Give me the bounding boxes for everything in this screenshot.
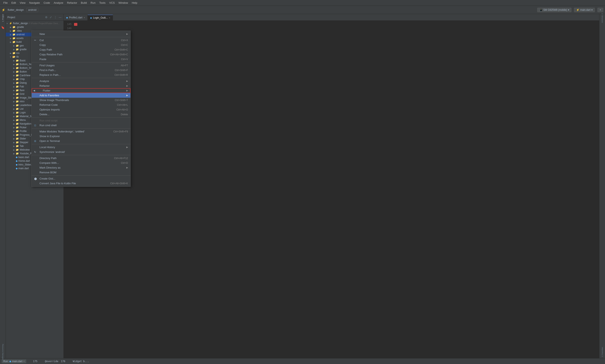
flutter-back-arrow: ◀ — [33, 89, 35, 92]
menu-run[interactable]: Run — [89, 1, 97, 5]
menu-build[interactable]: Build — [79, 1, 89, 5]
new-window-button[interactable]: + — [597, 8, 603, 12]
expand-icon[interactable]: ⤢ — [49, 15, 52, 19]
ctx-replace-in-path[interactable]: Replace in Path... Ctrl+Shift+R — [32, 73, 131, 77]
ctx-find-in-path[interactable]: Find in Path... Ctrl+Shift+F — [32, 68, 131, 73]
code-line-147: 147 } — [64, 31, 599, 35]
ctx-make-modules[interactable]: Make Modules 'flutterdesign', 'untitled'… — [32, 129, 131, 134]
ctx-flutter[interactable]: ◀ Flutter ▶ — [32, 88, 131, 93]
ctx-reformat-code[interactable]: Reformat Code Ctrl+Alt+L — [32, 103, 131, 107]
sidebar-icon-bookmark[interactable]: 🔖 — [1, 25, 5, 30]
device-dropdown-icon: ▾ — [568, 9, 569, 11]
menu-vcs[interactable]: VCS — [108, 1, 116, 5]
tree-label: Home.dart — [18, 159, 30, 162]
ctx-compare-with[interactable]: Compare With... Ctrl+D — [32, 160, 131, 165]
tab-close-icon[interactable]: × — [84, 16, 85, 19]
run-file-label: main.dart — [12, 360, 22, 363]
run-dart-icon: ◆ — [9, 360, 11, 363]
ctx-paste[interactable]: Paste Ctrl+V — [32, 57, 131, 62]
ctx-open-terminal[interactable]: ⊞ Open in Terminal — [32, 139, 131, 143]
tree-item-gradle[interactable]: ▶ 📁 .gradle — [6, 25, 64, 29]
tree-label: Tab — [20, 145, 24, 147]
ctx-show-thumbnails[interactable]: Show Image Thumbnails Ctrl+Shift+T — [32, 98, 131, 103]
tree-label: Navigation — [20, 122, 31, 125]
sidebar-icon-structure[interactable]: 2: Structure — [600, 16, 605, 20]
tab-login[interactable]: ◆ Login_Outli... × — [88, 15, 113, 20]
tab-profile1[interactable]: ◆ Profile1.dart × — [64, 15, 88, 20]
tree-root[interactable]: ▾ ⚡ flutter_design F:\Flutter Project\Fl… — [6, 22, 64, 25]
android-badge[interactable]: android — [26, 8, 38, 12]
run-config-selector[interactable]: ⚡ main.dart ▾ — [574, 8, 595, 12]
ctx-copy-path[interactable]: Copy Path Ctrl+Shift+C — [32, 47, 131, 52]
ctx-run-cmd-shell[interactable]: ⊡ Run cmd shell — [32, 123, 131, 128]
ctx-optimize-imports[interactable]: Optimize Imports Ctrl+Alt+O — [32, 107, 131, 112]
tab-dart-icon2: ◆ — [90, 16, 92, 19]
ctx-create-gist[interactable]: ⬤ Create Gist... — [32, 176, 131, 181]
tree-label: ios — [16, 52, 19, 54]
sidebar-icon-resource[interactable]: Resource Manager — [1, 350, 5, 354]
tab-login-label: Login_Outli... — [93, 16, 108, 19]
ctx-directory-path[interactable]: Directory Path Ctrl+Alt+F12 — [32, 156, 131, 160]
mark-dir-arrow-icon: ▶ — [126, 166, 128, 169]
menu-tools[interactable]: Tools — [98, 1, 107, 5]
ctx-delete[interactable]: Delete... Delete — [32, 112, 131, 117]
tree-label: Menu — [20, 118, 26, 121]
ctx-copy-relative-path[interactable]: Copy Relative Path Ctrl+Alt+Shift+C — [32, 52, 131, 57]
menu-code[interactable]: Code — [42, 1, 52, 5]
settings-icon[interactable]: ⋮ — [54, 15, 57, 19]
ctx-mark-directory[interactable]: Mark Directory as ▶ — [32, 165, 131, 170]
ctx-new[interactable]: New ▶ — [32, 32, 131, 36]
gear-icon[interactable]: ⚙ — [45, 15, 48, 19]
tree-label: gen — [20, 44, 24, 47]
ctx-refactor[interactable]: Refactor ▶ — [32, 83, 131, 88]
device-label: SM G925W8 (mobile) — [543, 9, 567, 11]
menu-help[interactable]: Help — [130, 1, 139, 5]
new-window-icon: + — [600, 9, 601, 11]
device-selector[interactable]: 📱 SM G925W8 (mobile) ▾ — [537, 8, 572, 12]
favorites-arrow-icon: ▶ — [126, 94, 128, 97]
root-path: F:\Flutter Project\Flutter Desi... — [29, 22, 60, 25]
ctx-sep-1 — [32, 37, 131, 37]
ctx-add-favorites[interactable]: Add to Favorites ▶ — [32, 93, 131, 98]
menu-analyze[interactable]: Analyze — [52, 1, 65, 5]
sidebar-icon-favorites[interactable]: 2: Favorites — [600, 350, 605, 354]
tree-label: flare — [20, 89, 24, 92]
ctx-copy[interactable]: Copy Ctrl+C — [32, 42, 131, 47]
tree-label: Slider — [20, 137, 26, 140]
left-sidebar: 1: Project 🔖 Resource Manager — [0, 14, 6, 358]
ctx-cut[interactable]: ✂ Cut Ctrl+X — [32, 38, 131, 42]
menu-view[interactable]: View — [18, 1, 27, 5]
bottom-bar: Run: ◆ main.dart × 175 @override 176 Wid… — [0, 358, 605, 364]
editor-content[interactable]: 145 146 147 } — [64, 21, 599, 358]
minimize-icon[interactable]: — — [58, 15, 62, 19]
tab-profile1-label: Profile1.dart — [69, 16, 82, 19]
terminal-icon: ⊞ — [34, 140, 38, 143]
tree-label: Grid — [20, 92, 24, 95]
tree-label: basic.dart — [18, 156, 29, 159]
ctx-synchronize[interactable]: ↻ Synchronize 'android' — [32, 150, 131, 154]
ctx-local-history[interactable]: Local History ▶ — [32, 145, 131, 150]
run-config-dropdown-icon: ▾ — [591, 9, 592, 11]
menu-navigate[interactable]: Navigate — [27, 1, 41, 5]
ctx-remove-bom[interactable]: Remove BOM — [32, 170, 131, 175]
run-tab[interactable]: Run: ◆ main.dart × — [2, 359, 26, 363]
ctx-find-usages[interactable]: Find Usages Alt+F7 — [32, 63, 131, 68]
sidebar-icon-project[interactable]: 1: Project — [1, 16, 5, 20]
menu-file[interactable]: File — [2, 1, 9, 5]
tree-label: Chip — [20, 78, 25, 80]
menu-window[interactable]: Window — [117, 1, 130, 5]
menu-refactor[interactable]: Refactor — [65, 1, 79, 5]
ctx-convert-java-kotlin[interactable]: Convert Java File to Kotlin File Ctrl+Al… — [32, 181, 131, 186]
tree-label: Stepper — [20, 141, 28, 144]
ctx-sep-8 — [32, 175, 131, 176]
ctx-show-explorer[interactable]: Show in Explorer — [32, 134, 131, 139]
tree-label: intro — [20, 100, 24, 103]
menu-edit[interactable]: Edit — [10, 1, 18, 5]
tree-label: main.dart — [18, 167, 29, 170]
tab-close-icon2[interactable]: × — [109, 16, 110, 19]
ctx-run-cmd-script: Run cmd script — [32, 118, 131, 123]
run-close-icon[interactable]: × — [23, 360, 25, 363]
ctx-analyze[interactable]: Analyze ▶ — [32, 79, 131, 83]
run-config-label: main.dart — [580, 9, 591, 11]
tree-label: CardView — [20, 74, 30, 77]
